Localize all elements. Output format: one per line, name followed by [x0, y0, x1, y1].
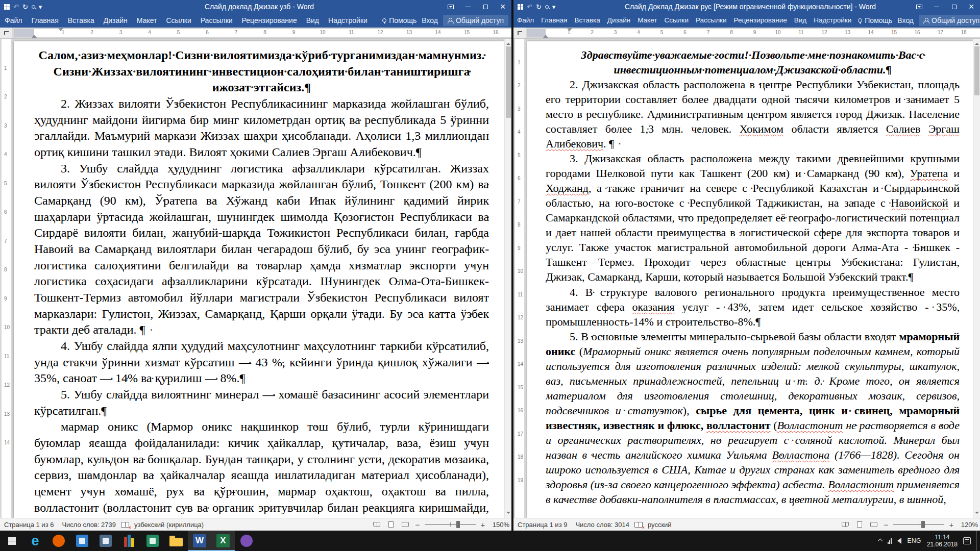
preview-icon[interactable] [32, 5, 35, 9]
zoom-in-button[interactable]: + [948, 520, 954, 529]
scroll-up-button[interactable] [975, 41, 979, 45]
ribbon-tab-9[interactable]: Надстройки [324, 13, 372, 28]
web-layout-button[interactable] [869, 520, 879, 529]
page[interactable]: Здравствуйте уважаемые гости! Позвольте … [527, 41, 973, 518]
taskbar-library-icon[interactable] [117, 531, 141, 551]
scroll-down-button[interactable] [506, 512, 510, 516]
word-count[interactable]: Число слов: 2739 [58, 521, 120, 529]
paragraph[interactable]: 2. Джизакская область расположена в цент… [546, 77, 960, 151]
ribbon-tab-0[interactable]: Файл [0, 13, 27, 28]
ribbon-display-options-button[interactable] [442, 0, 459, 13]
zoom-slider[interactable] [893, 524, 944, 525]
zoom-thumb[interactable] [921, 521, 925, 528]
page-indicator[interactable]: Страница 1 из 9 [513, 521, 571, 529]
start-button[interactable] [0, 531, 23, 551]
zoom-out-button[interactable]: − [883, 520, 889, 529]
sign-in-button[interactable]: Вход [897, 16, 914, 24]
word-count[interactable]: Число слов: 3014 [571, 521, 633, 529]
zoom-slider[interactable] [425, 524, 476, 525]
horizontal-ruler[interactable]: 12345678910111213141516 [12, 28, 511, 38]
ribbon-tab-2[interactable]: Вставка [571, 13, 604, 28]
taskbar-edge-icon[interactable]: e [23, 531, 47, 551]
paragraph[interactable]: Здравствуйте уважаемые гости! Позвольте … [546, 47, 960, 77]
zoom-percentage[interactable]: 120% [959, 521, 978, 529]
ribbon-tab-1[interactable]: Главная [27, 13, 63, 28]
horizontal-ruler[interactable]: 123456789101112131415161718 [526, 28, 980, 38]
read-mode-button[interactable] [372, 520, 382, 529]
ribbon-tab-6[interactable]: Рассылки [196, 13, 237, 28]
paragraph[interactable]: 4. В структуре валового регионального пр… [546, 285, 960, 329]
tell-me-button[interactable]: Помощь [382, 16, 416, 24]
minimize-button[interactable] [928, 0, 945, 13]
paragraph[interactable]: Салом, азиз меҳмонлар! Сизни вилоятимизд… [34, 47, 489, 96]
taskbar-explorer-icon[interactable] [164, 531, 188, 551]
ribbon-tab-8[interactable]: Вид [791, 13, 810, 28]
vertical-ruler[interactable]: 12345678910111213141516171819 [513, 39, 526, 518]
title-bar[interactable]: ↶ ↻ ▾ Слайд доклад Джизак узб - Word × [0, 0, 511, 13]
share-button[interactable]: Общий доступ [919, 15, 980, 26]
minimize-button[interactable] [459, 0, 477, 13]
scroll-thumb[interactable] [506, 46, 511, 118]
paragraph[interactable]: 2. Жиззах вилояти Ўзбекистон Республикас… [34, 96, 489, 161]
show-desktop-button[interactable] [976, 531, 979, 551]
read-mode-button[interactable] [840, 520, 850, 529]
language-indicator[interactable]: узбекский (кириллица) [130, 521, 208, 529]
ribbon-tab-8[interactable]: Вид [302, 13, 324, 28]
ribbon-tab-5[interactable]: Ссылки [161, 13, 195, 28]
ribbon-tab-3[interactable]: Дизайн [604, 13, 634, 28]
ribbon-tab-1[interactable]: Главная [537, 13, 571, 28]
vertical-scrollbar[interactable] [504, 39, 511, 518]
taskbar-excel-icon[interactable]: X [211, 531, 235, 551]
scroll-up-button[interactable] [506, 41, 510, 45]
network-icon[interactable] [888, 538, 892, 544]
ribbon-display-options-button[interactable] [911, 0, 928, 13]
redo-icon[interactable]: ↻ [22, 3, 28, 11]
scroll-down-button[interactable] [975, 512, 979, 516]
undo-icon[interactable]: ↶ [527, 3, 532, 11]
document-canvas[interactable]: Салом, азиз меҳмонлар! Сизни вилоятимизд… [12, 39, 504, 518]
tab-selector[interactable] [513, 28, 526, 38]
qat-dropdown-icon[interactable]: ▾ [552, 3, 556, 11]
proofing-icon[interactable] [121, 522, 129, 528]
clock[interactable]: 11:14 21.06.2018 [927, 534, 958, 548]
title-bar[interactable]: ↶ ↻ ▾ Слайд Доклад Джизак рус [Режим огр… [513, 0, 980, 13]
close-button[interactable]: × [963, 0, 980, 13]
vertical-ruler[interactable]: 1234567891011121314 [0, 39, 12, 518]
ribbon-tab-5[interactable]: Ссылки [660, 13, 692, 28]
paragraph[interactable]: 4. Ушбу слайдда ялпи ҳудудий маҳсулотнин… [34, 338, 489, 387]
taskbar-word-icon[interactable]: W [188, 531, 211, 551]
paragraph[interactable]: 5. Ушбу слайдда вилоятнинг минерал — хом… [34, 387, 489, 419]
ribbon-tab-6[interactable]: Рассылки [692, 13, 730, 28]
zoom-percentage[interactable]: 150% [490, 521, 509, 529]
taskbar-photos-icon[interactable] [141, 531, 164, 551]
close-button[interactable]: × [494, 0, 511, 13]
tab-selector[interactable] [0, 28, 12, 38]
vertical-scrollbar[interactable] [973, 39, 980, 518]
app-icon[interactable] [518, 4, 523, 10]
ribbon-tab-7[interactable]: Рецензирование [237, 13, 302, 28]
ribbon-tab-3[interactable]: Дизайн [99, 13, 132, 28]
tray-chevron-icon[interactable] [878, 538, 883, 543]
taskbar-browser-icon[interactable] [47, 531, 70, 551]
qat-dropdown-icon[interactable]: ▾ [39, 3, 42, 11]
share-button[interactable]: Общий доступ [443, 15, 508, 26]
page-indicator[interactable]: Страница 1 из 6 [0, 521, 58, 529]
scroll-thumb[interactable] [974, 46, 979, 95]
print-layout-button[interactable] [854, 520, 865, 529]
tell-me-button[interactable]: Помощь [858, 16, 892, 24]
ribbon-tab-2[interactable]: Вставка [63, 13, 99, 28]
proofing-icon[interactable] [634, 522, 643, 528]
zoom-out-button[interactable]: − [414, 520, 421, 529]
sign-in-button[interactable]: Вход [422, 16, 438, 24]
page[interactable]: Салом, азиз меҳмонлар! Сизни вилоятимизд… [14, 41, 504, 518]
language-indicator[interactable]: русский [644, 521, 676, 529]
paragraph[interactable]: 5. В основные элементы минерально-сырьев… [546, 329, 960, 507]
paragraph[interactable]: мармар оникс (Мармор оникс нақшинкор тош… [34, 419, 489, 518]
web-layout-button[interactable] [400, 520, 410, 529]
ribbon-tab-7[interactable]: Рецензирование [730, 13, 791, 28]
zoom-in-button[interactable]: + [480, 520, 486, 529]
taskbar-calculator-icon[interactable] [94, 531, 117, 551]
document-canvas[interactable]: Здравствуйте уважаемые гости! Позвольте … [526, 39, 973, 518]
redo-icon[interactable]: ↻ [536, 3, 542, 11]
paragraph[interactable]: 3. Джизакская область расположена между … [546, 151, 960, 284]
